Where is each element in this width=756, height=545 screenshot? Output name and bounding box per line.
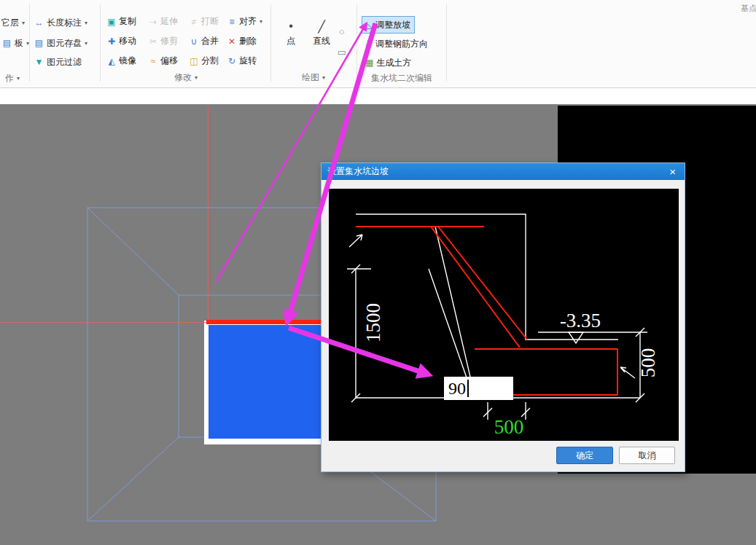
- element-filter-icon: ▼: [34, 57, 44, 67]
- elevation-label: -3.35: [560, 310, 601, 332]
- copy-label: 复制: [119, 15, 136, 28]
- move-icon: ✚: [106, 36, 117, 47]
- delete-label: 删除: [239, 35, 257, 47]
- element-filter-label: 图元过滤: [47, 56, 82, 68]
- generate-earthwork-button[interactable]: ▦ 生成土方: [362, 55, 415, 71]
- delete-button[interactable]: ✕ 删除: [225, 31, 267, 51]
- point-tool-label: 点: [287, 35, 295, 47]
- length-annotation-button[interactable]: ↔ 长度标注 ▾: [34, 15, 87, 30]
- slab-icon: ▤: [1, 38, 12, 48]
- other-layer-label: 它层: [1, 17, 19, 29]
- element-filter-button[interactable]: ▼ 图元过滤: [34, 55, 82, 69]
- modify-group-label[interactable]: 修改 ▾: [104, 71, 268, 84]
- rotate-icon: ↻: [227, 56, 237, 66]
- chevron-down-icon: ▾: [322, 74, 325, 81]
- offset-icon: ≈: [148, 56, 158, 66]
- rectangle-icon: ▭: [338, 47, 346, 58]
- corner-label: 基点: [741, 3, 756, 14]
- pit-top-red-edge: [206, 320, 327, 324]
- rebar-direction-icon: ⇵: [365, 39, 373, 49]
- mirror-button[interactable]: ◭ 镜像: [104, 51, 146, 71]
- offset-label: 偏移: [160, 55, 178, 67]
- trim-icon: ✂: [148, 36, 158, 47]
- line-tool-button[interactable]: ╱ 直线: [308, 17, 335, 47]
- offset-button[interactable]: ≈ 偏移: [146, 51, 187, 71]
- modify-group: ▣ 复制 ⇢ 延伸 ≠ 打断 ≡ 对齐 ▾ ✚ 移动 ✂ 修剪 ∪ 合并 ✕: [104, 12, 267, 71]
- separator: [100, 4, 101, 82]
- align-button[interactable]: ≡ 对齐 ▾: [225, 12, 267, 31]
- break-button[interactable]: ≠ 打断: [187, 12, 225, 31]
- move-label: 移动: [119, 35, 136, 47]
- trim-button[interactable]: ✂ 修剪: [146, 31, 187, 51]
- adjust-slope-button[interactable]: ◺ 调整放坡: [362, 16, 415, 34]
- move-button[interactable]: ✚ 移动: [104, 31, 146, 51]
- split-button[interactable]: ◫ 分割: [187, 51, 225, 71]
- operation-group-label[interactable]: 作 ▾: [0, 72, 25, 85]
- earthwork-icon: ▦: [365, 58, 373, 68]
- slab-button[interactable]: ▤ 板 ▾: [1, 36, 29, 50]
- cancel-button[interactable]: 取消: [619, 447, 675, 464]
- dialog-titlebar[interactable]: 设置集水坑边坡 ×: [322, 163, 685, 180]
- align-icon: ≡: [227, 17, 237, 27]
- break-label: 打断: [201, 15, 219, 28]
- merge-icon: ∪: [189, 36, 199, 47]
- separator: [29, 4, 30, 82]
- separator: [356, 4, 357, 82]
- pit-fill-blue: [209, 325, 327, 439]
- close-icon[interactable]: ×: [666, 166, 679, 177]
- chevron-down-icon: ▾: [17, 75, 20, 82]
- rotate-label: 旋转: [239, 55, 257, 67]
- align-label: 对齐: [239, 15, 257, 28]
- copy-button[interactable]: ▣ 复制: [104, 12, 146, 31]
- break-icon: ≠: [189, 17, 199, 27]
- draw-group-label[interactable]: 绘图 ▾: [276, 71, 351, 84]
- split-icon: ◫: [189, 56, 199, 66]
- slope-icon: ◺: [366, 20, 373, 30]
- sump-slope-dialog: 设置集水坑边坡 ×: [321, 162, 685, 472]
- line-icon: ╱: [318, 17, 325, 35]
- chevron-down-icon: ▾: [85, 20, 87, 26]
- point-tool-button[interactable]: • 点: [280, 17, 302, 47]
- extend-button[interactable]: ⇢ 延伸: [146, 12, 187, 31]
- chevron-down-icon: ▾: [85, 40, 87, 47]
- adjust-rebar-direction-label: 调整钢筋方向: [375, 38, 428, 50]
- extend-label: 延伸: [160, 15, 178, 28]
- element-save-button[interactable]: ▤ 图元存盘 ▾: [34, 36, 87, 50]
- merge-button[interactable]: ∪ 合并: [187, 31, 225, 51]
- dialog-title: 设置集水坑边坡: [327, 165, 389, 178]
- arc-tool-button[interactable]: ○: [334, 23, 350, 39]
- mirror-icon: ◭: [106, 56, 117, 66]
- separator: [446, 4, 447, 82]
- pit-edit-group-label: 集水坑二次编辑: [359, 72, 445, 85]
- rect-tool-button[interactable]: ▭: [334, 44, 350, 60]
- section-drawing: 1500 -3.35 500 500: [329, 189, 679, 441]
- chevron-down-icon: ▾: [195, 74, 198, 81]
- circle-icon: ○: [339, 26, 345, 37]
- delete-icon: ✕: [227, 36, 237, 47]
- ribbon-toolbar: 它层 ▾ ▤ 板 ▾ 作 ▾ ↔ 长度标注 ▾ ▤ 图元存盘 ▾ ▼ 图元过滤 …: [0, 0, 756, 88]
- element-save-icon: ▤: [34, 38, 44, 48]
- slope-angle-input[interactable]: 90: [444, 377, 513, 400]
- extend-icon: ⇢: [148, 17, 158, 27]
- dimension-labels: 1500 -3.35 500 500: [362, 303, 659, 438]
- split-label: 分割: [201, 55, 219, 67]
- other-layer-button[interactable]: 它层 ▾: [1, 15, 25, 30]
- ok-button[interactable]: 确定: [556, 447, 613, 464]
- trim-label: 修剪: [160, 35, 178, 47]
- dim-1500-label: 1500: [362, 303, 384, 342]
- rotate-button[interactable]: ↻ 旋转: [225, 51, 267, 71]
- element-save-label: 图元存盘: [47, 37, 82, 50]
- adjust-rebar-direction-button[interactable]: ⇵ 调整钢筋方向: [362, 36, 432, 52]
- point-icon: •: [289, 17, 293, 35]
- length-annotation-label: 长度标注: [47, 17, 82, 29]
- line-tool-label: 直线: [313, 35, 330, 47]
- adjust-slope-label: 调整放坡: [375, 19, 410, 31]
- slope-angle-value: 90: [448, 379, 466, 399]
- dim-500-bottom-label: 500: [494, 416, 524, 438]
- slope-preview-canvas[interactable]: 1500 -3.35 500 500: [329, 189, 679, 441]
- copy-icon: ▣: [106, 17, 117, 27]
- separator: [270, 4, 271, 82]
- chevron-down-icon: ▾: [260, 18, 262, 25]
- generate-earthwork-label: 生成土方: [376, 57, 411, 69]
- length-annotation-icon: ↔: [34, 17, 44, 28]
